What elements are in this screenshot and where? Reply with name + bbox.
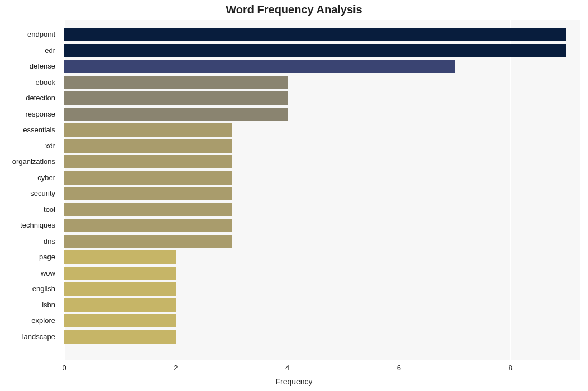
x-tick-label: 2 xyxy=(174,364,178,372)
y-label: endpoint xyxy=(0,28,59,41)
y-label: edr xyxy=(0,44,59,57)
bar-explore xyxy=(64,314,176,327)
x-tick-label: 8 xyxy=(509,364,513,372)
bar-tool xyxy=(64,203,232,216)
y-label: dns xyxy=(0,235,59,248)
bar-english xyxy=(64,282,176,296)
bar-security xyxy=(64,187,232,200)
y-label: landscape xyxy=(0,330,59,344)
bar-wow xyxy=(64,267,176,280)
bar-ebook xyxy=(64,76,288,89)
bar-isbn xyxy=(64,298,176,312)
chart-container: Word Frequency Analysis 02468 Frequency … xyxy=(0,0,588,391)
bar-organizations xyxy=(64,155,232,168)
y-label: english xyxy=(0,282,59,296)
bars-layer xyxy=(64,20,580,360)
bar-essentials xyxy=(64,123,232,137)
bar-landscape xyxy=(64,330,176,344)
bar-xdr xyxy=(64,139,232,153)
y-label: techniques xyxy=(0,219,59,232)
y-label: security xyxy=(0,187,59,200)
plot-area xyxy=(64,20,580,360)
y-label: cyber xyxy=(0,171,59,185)
y-label: organizations xyxy=(0,155,59,168)
y-label: xdr xyxy=(0,139,59,153)
y-label: essentials xyxy=(0,123,59,137)
y-label: detection xyxy=(0,91,59,105)
y-label: wow xyxy=(0,267,59,280)
x-tick-label: 0 xyxy=(62,364,66,372)
y-label: ebook xyxy=(0,76,59,89)
y-label: page xyxy=(0,250,59,264)
chart-title: Word Frequency Analysis xyxy=(0,3,588,16)
x-tick-label: 4 xyxy=(285,364,289,372)
x-tick-label: 6 xyxy=(397,364,401,372)
bar-dns xyxy=(64,235,232,248)
bar-detection xyxy=(64,91,288,105)
bar-page xyxy=(64,250,176,264)
bar-techniques xyxy=(64,219,232,232)
y-label: response xyxy=(0,108,59,121)
x-axis-label: Frequency xyxy=(0,377,588,386)
y-label: explore xyxy=(0,314,59,327)
bar-defense xyxy=(64,60,455,73)
bar-cyber xyxy=(64,171,232,185)
bar-response xyxy=(64,108,288,121)
y-label: defense xyxy=(0,60,59,73)
y-label: tool xyxy=(0,203,59,216)
bar-edr xyxy=(64,44,566,57)
bar-endpoint xyxy=(64,28,566,41)
y-label: isbn xyxy=(0,298,59,312)
x-ticks: 02468 xyxy=(64,364,580,374)
